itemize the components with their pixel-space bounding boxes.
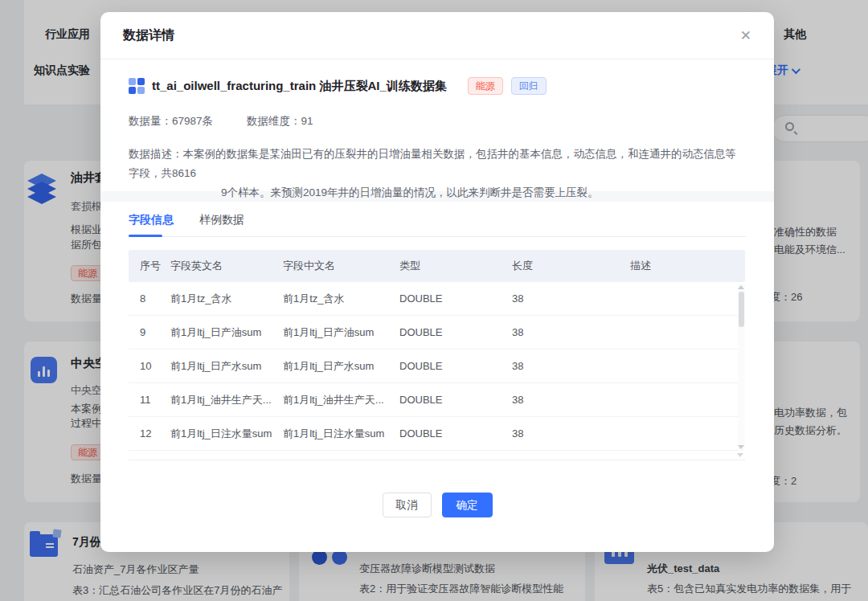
regression-badge: 回归	[511, 77, 547, 95]
dataset-name: tt_ai_oilwell_fracturing_train 油井压裂AI_训练…	[152, 79, 447, 94]
cell-cn-name: 前1月ltj_日产水sum	[283, 359, 399, 374]
data-dimension: 数据维度：91	[247, 114, 313, 129]
screen: 行业应用 知识点实验 其他 展开 油井套 套损根 根据业 据所包 能源 数据量 …	[0, 0, 868, 601]
cell-no: 9	[140, 326, 170, 338]
cell-type: DOUBLE	[399, 292, 512, 305]
cell-type: DOUBLE	[399, 394, 512, 406]
cell-length: 38	[512, 427, 630, 440]
table-header-row: 序号 字段英文名 字段中文名 类型 长度 描述	[129, 250, 745, 282]
cell-cn-name: 前1月ltj_日产油sum	[283, 325, 399, 340]
table-row[interactable]: 12 前1月ltj_日注水量sum 前1月ltj_日注水量sum DOUBLE …	[129, 417, 745, 451]
cell-type: DOUBLE	[399, 326, 512, 338]
scroll-up-icon[interactable]	[738, 285, 744, 289]
cell-en-name: 前1月ltj_油井生产天...	[170, 393, 283, 407]
col-header-no: 序号	[140, 259, 170, 273]
cancel-button[interactable]: 取消	[383, 493, 432, 517]
modal-header: 数据详情 ✕	[100, 12, 774, 59]
modal-footer: 取消 确定	[100, 493, 774, 517]
cell-no: 10	[140, 360, 170, 372]
scroll-down-icon[interactable]	[738, 445, 744, 449]
cell-length: 38	[512, 394, 630, 406]
col-header-type: 类型	[399, 259, 512, 273]
table-row[interactable]: 9 前1月ltj_日产油sum 前1月ltj_日产油sum DOUBLE 38	[129, 316, 745, 350]
modal-title: 数据详情	[123, 27, 174, 44]
scroll-corner-icon	[737, 453, 743, 457]
cell-en-name: 前1月tz_含水	[170, 292, 283, 306]
data-volume: 数据量：67987条	[129, 114, 213, 129]
col-header-en-name: 字段英文名	[170, 259, 283, 273]
cell-type: DOUBLE	[399, 360, 512, 372]
cell-no: 8	[140, 292, 170, 305]
col-header-length: 长度	[512, 259, 630, 273]
scrollbar-thumb[interactable]	[739, 292, 744, 327]
dataset-info-section: tt_ai_oilwell_fracturing_train 油井压裂AI_训练…	[100, 59, 774, 191]
cell-length: 38	[512, 292, 630, 305]
table-row[interactable]: 11 前1月ltj_油井生产天... 前1月ltj_油井生产天... DOUBL…	[129, 383, 745, 417]
cell-cn-name: 前1月tz_含水	[283, 292, 399, 306]
data-detail-modal: 数据详情 ✕ tt_ai_oilwell_fracturing_train 油井…	[100, 12, 774, 552]
cell-no: 12	[140, 427, 170, 440]
tab-sample-data[interactable]: 样例数据	[199, 213, 244, 236]
horizontal-scrollbar[interactable]	[129, 451, 745, 460]
cell-en-name: 前1月ltj_日产油sum	[170, 325, 283, 340]
cell-en-name: 前1月ltj_日注水量sum	[170, 427, 283, 441]
field-table: 序号 字段英文名 字段中文名 类型 长度 描述 8 前1月tz_含水 前1月tz…	[129, 250, 745, 460]
table-row[interactable]: 8 前1月tz_含水 前1月tz_含水 DOUBLE 38	[129, 282, 745, 316]
cell-type: DOUBLE	[399, 427, 512, 440]
tab-bar: 字段信息 样例数据	[129, 213, 746, 237]
cell-cn-name: 前1月ltj_油井生产天...	[283, 393, 399, 407]
cell-length: 38	[512, 360, 630, 372]
col-header-desc: 描述	[630, 259, 745, 273]
dataset-icon	[129, 78, 145, 94]
close-icon[interactable]: ✕	[740, 29, 751, 43]
tab-section: 字段信息 样例数据 序号 字段英文名 字段中文名 类型 长度 描述 8 前1月t…	[100, 202, 774, 460]
confirm-button[interactable]: 确定	[442, 493, 493, 517]
cell-en-name: 前1月ltj_日产水sum	[170, 359, 283, 374]
energy-badge: 能源	[468, 77, 503, 95]
cell-length: 38	[512, 326, 630, 338]
cell-no: 11	[140, 394, 170, 406]
cell-cn-name: 前1月ltj_日注水量sum	[283, 427, 399, 441]
table-row[interactable]: 10 前1月ltj_日产水sum 前1月ltj_日产水sum DOUBLE 38	[129, 350, 745, 383]
tab-field-info[interactable]: 字段信息	[129, 213, 174, 236]
col-header-cn-name: 字段中文名	[283, 259, 399, 273]
description-line1: 数据描述：本案例的数据集是某油田已有的压裂井的日增油量相关数据，包括井的基本信息…	[129, 145, 746, 183]
